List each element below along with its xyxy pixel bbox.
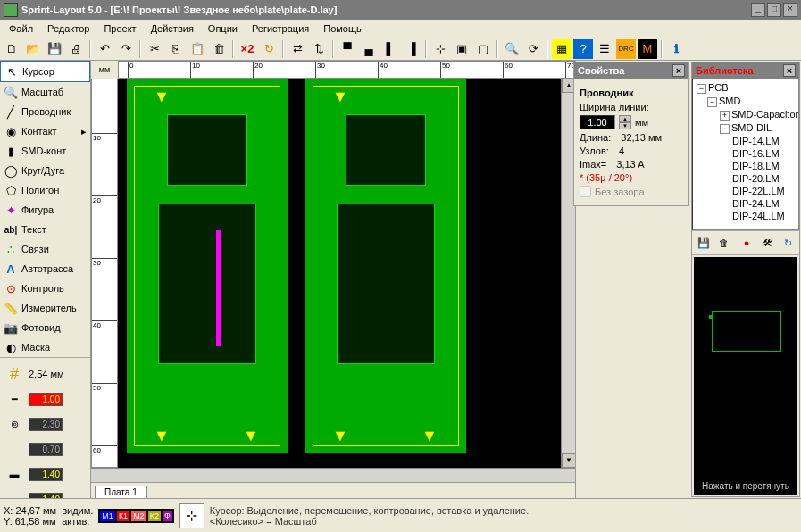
tree-node-cap[interactable]: SMD-Capacitor xyxy=(731,109,798,120)
tree-node-smd[interactable]: SMD xyxy=(719,96,740,106)
tree-expand-icon[interactable]: + xyxy=(720,111,730,121)
horizontal-scrollbar[interactable] xyxy=(91,468,575,482)
open-icon[interactable]: 📂 xyxy=(23,39,43,59)
menu-project[interactable]: Проект xyxy=(96,21,143,36)
save-icon[interactable]: 💾 xyxy=(45,39,64,59)
align-right-icon[interactable]: ▐ xyxy=(402,39,421,59)
origin-button[interactable]: ⊹ xyxy=(179,503,204,528)
tree-item[interactable]: DIP-20.LM xyxy=(695,172,797,185)
tool-polygon[interactable]: ⬠Полигон xyxy=(0,180,90,200)
tool-control[interactable]: ⊙Контроль xyxy=(0,278,90,298)
rotate-icon[interactable]: ↻ xyxy=(259,39,279,59)
align-top-icon[interactable]: ▀ xyxy=(338,39,357,59)
drill-icon[interactable] xyxy=(4,438,25,460)
horizontal-ruler[interactable]: 0 10 20 30 40 50 60 70 xyxy=(118,61,575,79)
new-icon[interactable]: 🗋 xyxy=(2,39,21,59)
duplicate-icon[interactable]: ×2 xyxy=(238,39,257,59)
tree-item[interactable]: DIP-24.LM xyxy=(695,197,797,210)
lib-record-icon[interactable]: ● xyxy=(737,233,755,253)
minimize-button[interactable]: _ xyxy=(751,3,765,17)
vertical-ruler[interactable]: 10 20 30 40 50 60 xyxy=(91,79,118,468)
scanner-icon[interactable]: ▦ xyxy=(552,39,572,59)
help-icon[interactable]: ? xyxy=(573,39,593,59)
delete-icon[interactable]: 🗑 xyxy=(209,39,229,59)
tool-contact[interactable]: ◉Контакт▸ xyxy=(0,121,90,141)
tool-photoview[interactable]: 📷Фотовид xyxy=(0,318,90,337)
tool-text[interactable]: ab|Текст xyxy=(0,220,90,239)
tree-collapse-icon[interactable]: − xyxy=(697,84,706,94)
lib-delete-icon[interactable]: 🗑 xyxy=(714,233,733,253)
tab-board-1[interactable]: Плата 1 xyxy=(95,486,147,498)
tree-node-dil[interactable]: SMD-DIL xyxy=(731,122,772,133)
mirror-v-icon[interactable]: ⇅ xyxy=(309,39,329,59)
pcb-board[interactable]: ▼ ▼ ▼ xyxy=(305,79,466,453)
menu-editor[interactable]: Редактор xyxy=(40,21,96,36)
tool-links[interactable]: ∴Связи xyxy=(0,239,90,259)
tree-root[interactable]: PCB xyxy=(708,82,729,93)
tree-item[interactable]: DIP-14.LM xyxy=(695,135,797,147)
paste-icon[interactable]: 📋 xyxy=(188,39,207,59)
macro-icon[interactable]: M xyxy=(638,39,657,59)
tree-collapse-icon[interactable]: − xyxy=(707,97,717,107)
library-tree[interactable]: −PCB −SMD +SMD-Capacitor −SMD-DIL DIP-14… xyxy=(692,79,799,230)
close-properties-icon[interactable]: × xyxy=(672,64,685,77)
cut-icon[interactable]: ✂ xyxy=(145,39,164,59)
maximize-button[interactable]: □ xyxy=(767,3,781,17)
val-linewidth[interactable]: 1.00 xyxy=(29,393,63,406)
layer-f[interactable]: Ф xyxy=(163,511,172,521)
group-icon[interactable]: ▣ xyxy=(452,39,471,59)
mirror-h-icon[interactable]: ⇄ xyxy=(288,39,307,59)
pad-size-icon[interactable]: ⊚ xyxy=(4,413,25,435)
ungroup-icon[interactable]: ▢ xyxy=(473,39,493,59)
menu-file[interactable]: Файл xyxy=(2,21,40,36)
val-pad-outer[interactable]: 2.30 xyxy=(29,418,63,431)
val-smd-w[interactable]: 1.40 xyxy=(29,468,63,481)
layer-m1[interactable]: М1 xyxy=(100,511,115,521)
menu-options[interactable]: Опции xyxy=(201,21,245,36)
lib-save-icon[interactable]: 💾 xyxy=(694,233,713,253)
copy-icon[interactable]: ⎘ xyxy=(166,39,186,59)
layer-indicator[interactable]: М1 К1 М2 К2 Ф xyxy=(98,509,173,523)
menu-help[interactable]: Помощь xyxy=(316,21,369,36)
tree-item[interactable]: DIP-16.LM xyxy=(695,147,797,160)
tool-cursor[interactable]: ↖Курсор xyxy=(0,61,90,82)
tree-item[interactable]: DIP-24L.LM xyxy=(695,210,797,222)
tool-smd[interactable]: ▮SMD-конт xyxy=(0,141,90,161)
layer-icon[interactable]: ☰ xyxy=(595,39,614,59)
snap-icon[interactable]: ⊹ xyxy=(430,39,450,59)
grid-icon[interactable]: # xyxy=(4,363,25,385)
menu-actions[interactable]: Действия xyxy=(144,21,201,36)
component-preview[interactable]: Нажать и перетянуть xyxy=(694,257,797,495)
layer-k1[interactable]: К1 xyxy=(117,511,129,521)
tree-item[interactable]: DIP-22L.LM xyxy=(695,185,797,197)
layer-k2[interactable]: К2 xyxy=(148,511,161,521)
menu-registration[interactable]: Регистрация xyxy=(245,21,316,36)
undo-icon[interactable]: ↶ xyxy=(95,39,114,59)
tool-measure[interactable]: 📏Измеритель xyxy=(0,298,90,318)
tool-circle[interactable]: ◯Круг/Дуга xyxy=(0,161,90,180)
zoom-icon[interactable]: 🔍 xyxy=(502,39,521,59)
layer-m2[interactable]: М2 xyxy=(131,511,146,521)
width-input[interactable]: 1.00 xyxy=(580,115,615,129)
tool-zoom[interactable]: 🔍Масштаб xyxy=(0,82,90,102)
align-bottom-icon[interactable]: ▄ xyxy=(359,39,379,59)
smd-size-icon[interactable]: ▬ xyxy=(4,463,25,485)
print-icon[interactable]: 🖨 xyxy=(66,39,86,59)
val-pad-inner[interactable]: 0.70 xyxy=(29,443,63,456)
width-stepper[interactable]: ▲▼ xyxy=(619,115,631,129)
tree-collapse-icon[interactable]: − xyxy=(720,124,730,134)
lib-refresh-icon[interactable]: ↻ xyxy=(779,233,797,253)
lib-tools-icon[interactable]: 🛠 xyxy=(758,233,777,253)
tree-item[interactable]: DIP-18.LM xyxy=(695,160,797,172)
info-icon[interactable]: ℹ xyxy=(666,39,686,59)
redo-icon[interactable]: ↷ xyxy=(116,39,136,59)
pcb-canvas[interactable]: ▼ ▼ ▼ ▼ ▼ ▼ xyxy=(118,79,561,468)
refresh-icon[interactable]: ⟳ xyxy=(523,39,543,59)
tool-autoroute[interactable]: AАвтотрасса xyxy=(0,259,90,278)
close-button[interactable]: × xyxy=(783,3,797,17)
tool-figure[interactable]: ✦Фигура xyxy=(0,200,90,220)
tool-track[interactable]: ╱Проводник xyxy=(0,102,90,121)
close-library-icon[interactable]: × xyxy=(783,64,796,77)
align-left-icon[interactable]: ▌ xyxy=(380,39,400,59)
tool-mask[interactable]: ◐Маска xyxy=(0,337,90,357)
